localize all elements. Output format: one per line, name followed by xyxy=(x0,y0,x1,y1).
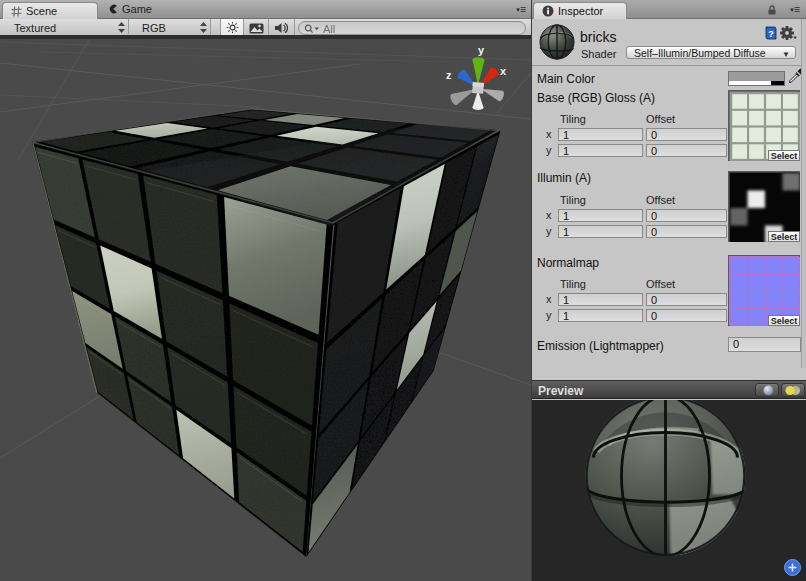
svg-text:y: y xyxy=(478,44,485,56)
svg-text:x: x xyxy=(500,65,507,77)
svg-text:z: z xyxy=(446,69,452,81)
svg-text:?: ? xyxy=(768,29,774,39)
